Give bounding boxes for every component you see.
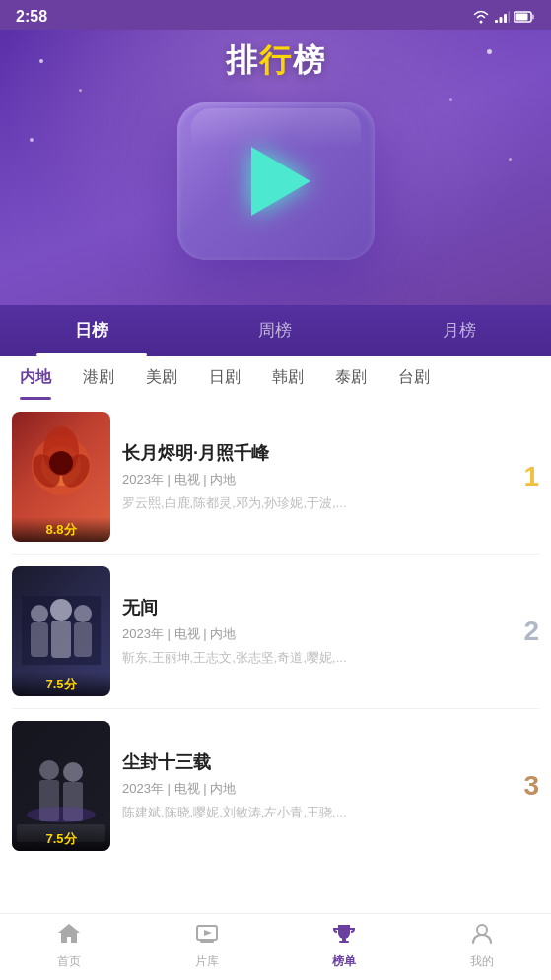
hero-section: 排行榜	[0, 30, 551, 305]
page-title: 排行榜	[0, 39, 551, 83]
nav-profile-label: 我的	[470, 953, 494, 970]
item-cast-3: 陈建斌,陈晓,嘤妮,刘敏涛,左小青,王骁,...	[122, 804, 500, 821]
score-badge-3: 7.5分	[12, 826, 110, 851]
nav-home[interactable]: 首页	[0, 914, 138, 980]
star-decoration	[449, 98, 452, 101]
svg-rect-30	[342, 937, 346, 941]
nav-profile[interactable]: 我的	[413, 914, 551, 980]
wifi-icon	[472, 10, 490, 24]
rank-number-1: 1	[512, 461, 539, 492]
ranking-list: 8.8分 长月烬明·月照千峰 2023年 | 电视 | 内地 罗云熙,白鹿,陈都…	[0, 400, 551, 863]
svg-rect-5	[532, 15, 535, 20]
svg-point-21	[39, 760, 59, 780]
svg-marker-28	[204, 930, 212, 936]
nav-library-label: 片库	[195, 953, 219, 970]
period-tabs: 日榜 周榜 月榜	[0, 305, 551, 356]
svg-point-25	[27, 807, 96, 822]
svg-rect-6	[516, 14, 528, 21]
svg-point-16	[50, 599, 72, 621]
bottom-nav: 首页 片库 榜单	[0, 913, 551, 980]
item-meta-3: 2023年 | 电视 | 内地	[122, 780, 500, 798]
svg-rect-31	[339, 941, 349, 943]
svg-rect-15	[31, 622, 48, 657]
svg-rect-0	[495, 20, 498, 23]
svg-point-12	[49, 451, 73, 475]
home-svg	[56, 922, 82, 946]
item-info-3: 尘封十三载 2023年 | 电视 | 内地 陈建斌,陈晓,嘤妮,刘敏涛,左小青,…	[122, 751, 500, 821]
cat-th[interactable]: 泰剧	[319, 356, 382, 400]
svg-rect-3	[509, 11, 511, 23]
list-item[interactable]: 7.5分 无间 2023年 | 电视 | 内地 靳东,王丽坤,王志文,张志坚,奇…	[12, 555, 539, 709]
play-triangle	[251, 147, 310, 216]
tab-weekly[interactable]: 周榜	[183, 305, 367, 356]
status-bar: 2:58	[0, 0, 551, 30]
library-icon	[194, 922, 220, 949]
svg-point-32	[477, 925, 487, 935]
svg-point-14	[31, 605, 48, 622]
profile-icon	[469, 922, 495, 949]
rank-number-2: 2	[512, 616, 539, 647]
battery-icon	[514, 11, 535, 23]
item-meta-1: 2023年 | 电视 | 内地	[122, 471, 500, 489]
home-icon	[56, 922, 82, 949]
star-decoration	[30, 138, 34, 142]
nav-home-label: 首页	[57, 953, 81, 970]
svg-rect-17	[51, 621, 71, 658]
nav-ranking-label: 榜单	[332, 953, 356, 970]
profile-svg	[469, 922, 495, 946]
item-title-1: 长月烬明·月照千峰	[122, 441, 500, 465]
cat-mainland[interactable]: 内地	[4, 356, 67, 400]
poster-2: 7.5分	[12, 566, 110, 696]
item-cast-2: 靳东,王丽坤,王志文,张志坚,奇道,嘤妮,...	[122, 649, 500, 667]
category-bar: 内地 港剧 美剧 日剧 韩剧 泰剧 台剧	[0, 356, 551, 400]
nav-ranking[interactable]: 榜单	[276, 914, 414, 980]
library-svg	[194, 922, 220, 946]
star-decoration	[79, 89, 82, 92]
trophy-icon	[331, 922, 357, 949]
list-item[interactable]: 7.5分 尘封十三载 2023年 | 电视 | 内地 陈建斌,陈晓,嘤妮,刘敏涛…	[12, 709, 539, 863]
svg-point-23	[63, 762, 83, 782]
title-highlight: 行	[259, 42, 293, 78]
svg-rect-1	[500, 17, 503, 23]
svg-rect-2	[504, 14, 507, 23]
signal-icon	[494, 10, 510, 24]
cat-jp[interactable]: 日剧	[193, 356, 256, 400]
score-badge-1: 8.8分	[12, 517, 110, 542]
status-icons	[472, 10, 535, 24]
cat-us[interactable]: 美剧	[130, 356, 193, 400]
cat-hk[interactable]: 港剧	[67, 356, 130, 400]
tab-daily[interactable]: 日榜	[0, 305, 183, 356]
item-title-3: 尘封十三载	[122, 751, 500, 774]
list-item[interactable]: 8.8分 长月烬明·月照千峰 2023年 | 电视 | 内地 罗云熙,白鹿,陈都…	[12, 400, 539, 555]
score-badge-2: 7.5分	[12, 672, 110, 696]
item-meta-2: 2023年 | 电视 | 内地	[122, 625, 500, 643]
tab-monthly[interactable]: 月榜	[368, 305, 551, 356]
poster-1: 8.8分	[12, 412, 110, 542]
item-title-2: 无间	[122, 596, 500, 620]
poster-3: 7.5分	[12, 721, 110, 851]
cat-kr[interactable]: 韩剧	[256, 356, 319, 400]
cat-tw[interactable]: 台剧	[382, 356, 446, 400]
svg-rect-19	[74, 622, 92, 657]
item-info-1: 长月烬明·月照千峰 2023年 | 电视 | 内地 罗云熙,白鹿,陈都灵,邓为,…	[122, 441, 500, 512]
play-box	[177, 102, 375, 260]
rank-number-3: 3	[512, 770, 539, 802]
star-decoration	[509, 158, 512, 161]
nav-library[interactable]: 片库	[138, 914, 276, 980]
item-cast-1: 罗云熙,白鹿,陈都灵,邓为,孙珍妮,于波,...	[122, 494, 500, 512]
item-info-2: 无间 2023年 | 电视 | 内地 靳东,王丽坤,王志文,张志坚,奇道,嘤妮,…	[122, 596, 500, 667]
svg-point-18	[74, 605, 92, 622]
hero-play-icon	[177, 102, 375, 270]
trophy-svg	[331, 922, 357, 946]
status-time: 2:58	[16, 8, 47, 26]
